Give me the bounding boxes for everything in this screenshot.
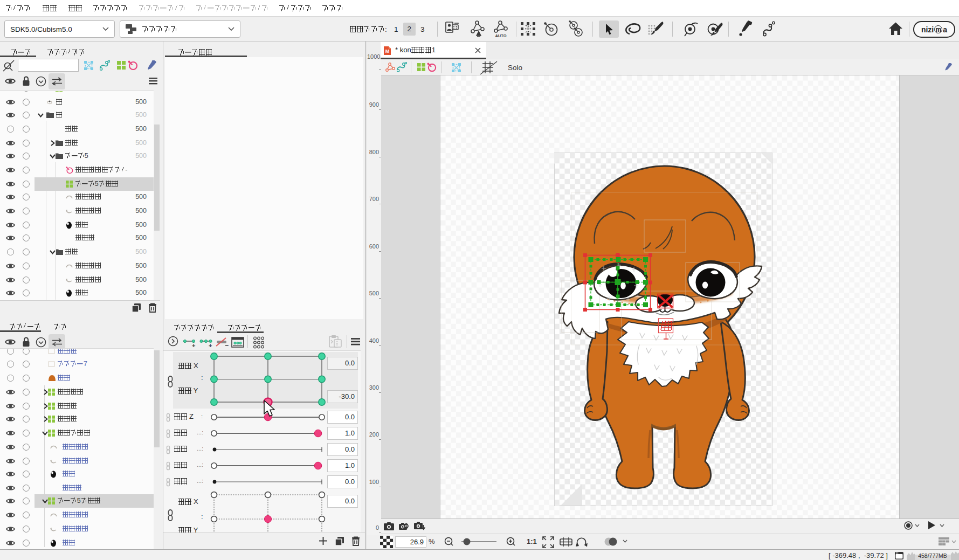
svg-text:458/777MB: 458/777MB [918,552,947,559]
svg-text:+: + [192,342,195,348]
svg-text:−: − [225,342,229,349]
svg-text:AUTO: AUTO [495,33,506,38]
svg-text:+: + [209,342,212,348]
svg-text:M: M [385,49,390,54]
